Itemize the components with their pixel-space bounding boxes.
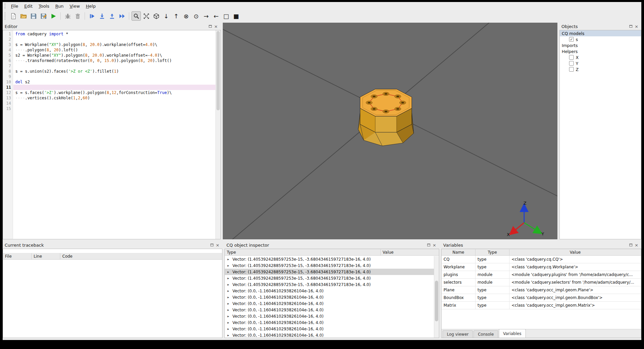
undock-panel-icon[interactable]	[628, 24, 634, 29]
close-panel-icon[interactable]: ×	[432, 243, 437, 248]
code-line-2[interactable]	[13, 37, 215, 42]
expander-icon[interactable]: ▸	[227, 289, 232, 293]
cad-model[interactable]	[358, 89, 414, 146]
debug-continue-button[interactable]	[117, 11, 127, 21]
editor-body[interactable]: 123456789101112131415 from cadquery impo…	[3, 30, 221, 239]
close-panel-icon[interactable]: ×	[213, 24, 219, 29]
menu-edit[interactable]: Edit	[21, 3, 36, 10]
tab-log-viewer[interactable]: Log viewer	[443, 330, 473, 338]
debug-step-into-button[interactable]	[97, 11, 107, 21]
code-line-14[interactable]	[13, 101, 215, 106]
expander-icon[interactable]: ▸	[227, 321, 232, 324]
code-line-8[interactable]: s = s.union(s2).faces('>Z or <Z').fillet…	[13, 69, 215, 74]
expander-icon[interactable]: ▸	[227, 270, 232, 274]
code-line-10[interactable]: del s2	[13, 79, 215, 85]
debug-button[interactable]	[63, 11, 72, 21]
code-line-3[interactable]: s = Workplane("XY").polygon(8, 20.0).wor…	[13, 42, 215, 47]
inspector-row[interactable]: ▸Vector: (0.0, -1.1604610293826104e-16, …	[225, 307, 434, 313]
variables-col-value[interactable]: Value	[509, 249, 641, 255]
expander-icon[interactable]: ▸	[227, 264, 232, 267]
inspector-scrollbar[interactable]	[434, 256, 439, 338]
close-panel-icon[interactable]: ×	[634, 243, 639, 248]
viewport-canvas[interactable]: Z X Y	[223, 23, 557, 239]
view-front-button[interactable]: ⊗	[181, 11, 191, 21]
editor-scrollbar-thumb[interactable]	[216, 31, 220, 110]
view-up-button[interactable]: ↑	[171, 11, 181, 21]
expander-icon[interactable]: ▸	[227, 327, 232, 331]
variable-row[interactable]: pluginsmodule<module 'cadquery.plugins' …	[442, 271, 641, 279]
view-back-button[interactable]: ⊙	[191, 11, 201, 21]
zoom-button[interactable]	[132, 11, 141, 21]
shaded-button[interactable]: ■	[231, 11, 241, 21]
close-panel-icon[interactable]: ×	[634, 24, 639, 29]
tree-item-x[interactable]: X	[560, 54, 641, 60]
menu-tools[interactable]: Tools	[36, 3, 52, 10]
tree-item-y[interactable]: Y	[560, 60, 641, 66]
code-line-9[interactable]	[13, 74, 215, 79]
tree-item-z[interactable]: Z	[560, 66, 641, 72]
inspector-row[interactable]: ▸Vector: (0.0, -1.1604610293826104e-16, …	[225, 313, 434, 319]
code-line-13[interactable]: ····.vertices().cskHole(1,2,60)	[13, 95, 215, 101]
code-line-5[interactable]: s2 = Workplane("XY").polygon(8, 20.0).wo…	[13, 53, 215, 58]
save-button[interactable]	[29, 11, 38, 21]
inspector-row[interactable]: ▸Vector: (1.4053924288597253e-15, -3.680…	[225, 275, 434, 281]
variable-row[interactable]: BoundBoxtype<class 'cadquery.occ_impl.ge…	[442, 294, 641, 302]
viewport-3d[interactable]: Z X Y	[223, 23, 557, 239]
menu-run[interactable]: Run	[52, 3, 67, 10]
code-line-4[interactable]: ····.polygon(8, 20).loft()	[13, 47, 215, 53]
menu-view[interactable]: View	[67, 3, 83, 10]
debug-step-button[interactable]	[87, 11, 97, 21]
inspector-col-value[interactable]: Value	[381, 249, 439, 255]
menu-help[interactable]: Help	[83, 3, 99, 10]
inspector-row[interactable]: ▸Vector: (1.4053924288597253e-15, -3.680…	[225, 281, 434, 288]
menubar-drag-handle[interactable]	[5, 3, 7, 9]
inspector-row[interactable]: ▸Vector: (0.0, -1.1604610293826104e-16, …	[225, 300, 434, 307]
code-line-1[interactable]: from cadquery import *	[13, 31, 215, 37]
expander-icon[interactable]: ▸	[227, 276, 232, 280]
inspector-row[interactable]: ▸Vector: (1.4053924288597253e-15, -3.680…	[225, 269, 434, 275]
inspector-row[interactable]: ▸Vector: (1.4053924288597253e-15, -3.680…	[225, 256, 434, 262]
code-line-15[interactable]	[13, 106, 215, 111]
code-line-6[interactable]: ····.transformed(rotate=Vector(0, 0, 15.…	[13, 58, 215, 63]
inspector-row[interactable]: ▸Vector: (0.0, -1.1604610293826104e-16, …	[225, 326, 434, 332]
traceback-col-code[interactable]: Code	[60, 253, 222, 259]
traceback-col-file[interactable]: File	[3, 253, 32, 259]
expander-icon[interactable]: ▸	[227, 283, 232, 286]
inspector-row[interactable]: ▸Vector: (0.0, -1.1604610293826104e-16, …	[225, 319, 434, 326]
checkbox-z[interactable]	[569, 67, 574, 72]
checkbox-s[interactable]: ✓	[569, 37, 574, 42]
variable-row[interactable]: Matrixtype<class 'cadquery.occ_impl.geom…	[442, 302, 641, 309]
variable-row[interactable]: Planetype<class 'cadquery.occ_impl.geom.…	[442, 286, 641, 294]
variable-row[interactable]: selectorsmodule<module 'cadquery.selecto…	[442, 279, 641, 286]
view-right-button[interactable]: →	[201, 11, 211, 21]
checkbox-y[interactable]	[569, 61, 574, 66]
inspector-row[interactable]: ▸Vector: (1.4053924288597253e-15, -3.680…	[225, 262, 434, 269]
close-panel-icon[interactable]: ×	[215, 243, 220, 248]
delete-button[interactable]	[73, 11, 82, 21]
tree-group-imports[interactable]: Imports	[560, 42, 641, 48]
view-down-button[interactable]: ↓	[161, 11, 171, 21]
inspector-scrollbar-thumb[interactable]	[435, 281, 438, 322]
expander-icon[interactable]: ▸	[227, 302, 232, 305]
expander-icon[interactable]: ▸	[227, 308, 232, 312]
expander-icon[interactable]: ▸	[227, 257, 232, 261]
inspector-row[interactable]: ▸Vector: (0.0, -1.1604610293826104e-16, …	[225, 294, 434, 300]
iso-view-button[interactable]	[152, 11, 161, 21]
fit-all-button[interactable]	[142, 11, 151, 21]
tab-variables[interactable]: Variables	[499, 329, 526, 338]
inspector-row[interactable]: ▸Vector: (0.0, -1.1604610293826104e-16, …	[225, 288, 434, 294]
new-file-button[interactable]	[9, 11, 18, 21]
run-render-button[interactable]	[49, 11, 58, 21]
undock-panel-icon[interactable]	[426, 243, 432, 248]
wireframe-button[interactable]: □	[221, 11, 231, 21]
code-area[interactable]: from cadquery import * s = Workplane("XY…	[13, 30, 215, 239]
code-line-12[interactable]: s = s.faces('>Z').workplane().polygon(8,…	[13, 90, 215, 95]
expander-icon[interactable]: ▸	[227, 295, 232, 299]
checkbox-x[interactable]	[569, 55, 574, 60]
toolbar-drag-handle[interactable]	[5, 12, 7, 20]
menu-file[interactable]: File	[8, 3, 21, 10]
inspector-row[interactable]: ▸Vector: (0.0, -1.1604610293826104e-16, …	[225, 332, 434, 338]
editor-scrollbar[interactable]	[215, 30, 220, 239]
save-as-button[interactable]	[39, 11, 48, 21]
variable-row[interactable]: CQtype<class 'cadquery.cq.CQ'>	[442, 256, 641, 263]
